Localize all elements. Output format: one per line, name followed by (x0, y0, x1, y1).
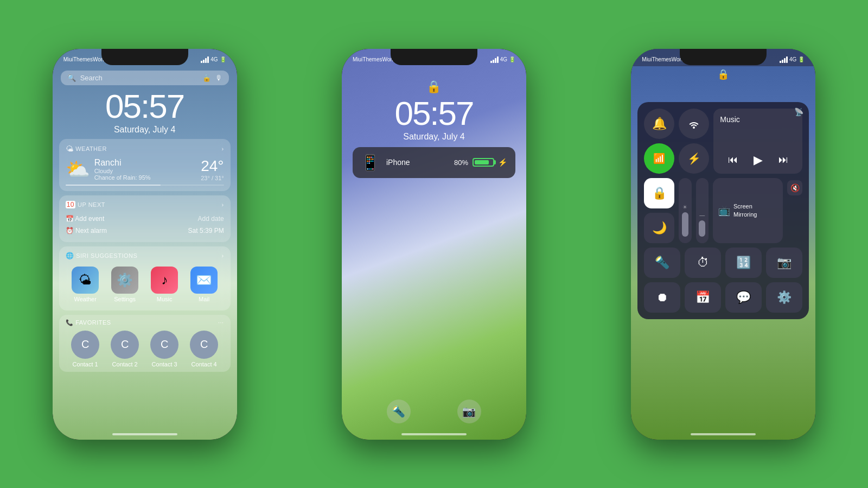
contact-4[interactable]: C Contact 4 (190, 331, 218, 367)
contact-1-avatar: C (71, 331, 99, 359)
weather-progress-bar (66, 185, 224, 186)
phone-1-wrapper: MiuiThemesWorld 4G 🔋 🔍 Search � (53, 49, 237, 440)
battery-info: iPhone (386, 158, 448, 167)
music-controls: ⏮ ▶ ⏭ (720, 153, 796, 167)
cc-music-player: 📡 Music ⏮ ▶ ⏭ (713, 109, 802, 174)
siri-app-mail[interactable]: ✉️ Mail (188, 267, 220, 302)
contact-2-label: Contact 2 (112, 361, 138, 367)
screen-mirroring-button[interactable]: 📺 ScreenMirroring (713, 178, 783, 243)
airplay-icon: 📡 (794, 107, 803, 116)
calendar-add-event-row[interactable]: 📅 Add event Add date (66, 213, 224, 225)
messages-button[interactable]: 💬 (725, 282, 762, 313)
fav-more-icon[interactable]: ··· (218, 319, 224, 326)
contact-3-avatar: C (150, 331, 178, 359)
flashlight-button-2[interactable]: 🔦 (387, 400, 411, 423)
flashlight-button-3[interactable]: 🔦 (644, 248, 680, 278)
siri-header-1: 🌐 SIRI SUGGESTIONS › (66, 252, 224, 259)
screen-mirror-icon: 📺 (718, 205, 730, 217)
cc-row-top: 🔔 📶 ⚡ 📡 Music (644, 109, 802, 174)
home-indicator-2 (401, 433, 467, 435)
play-button[interactable]: ▶ (754, 153, 763, 167)
clock-time-2: 05:57 (342, 97, 526, 130)
contact-1[interactable]: C Contact 1 (71, 331, 99, 367)
weather-rain-1: Chance of Rain: 95% (94, 174, 151, 181)
weather-details: Ranchi Cloudy Chance of Rain: 95% (94, 158, 151, 181)
phone-3: MiuiThemesWorld 4G 🔋 🔒 (631, 49, 815, 440)
mail-app-icon: ✉️ (190, 267, 218, 294)
weather-temp-1: 24° (201, 157, 224, 175)
weather-condition-icon: ⛅ (66, 158, 90, 181)
battery-percent-text: 80% (454, 159, 468, 167)
cc-row-3: 🔦 ⏱ 🔢 📷 (644, 248, 802, 278)
contact-4-avatar: C (190, 331, 218, 359)
settings-button-cc[interactable]: ⚙️ (766, 282, 802, 313)
bluetooth-button[interactable]: ⚡ (679, 143, 709, 174)
phone-1-notch (101, 49, 188, 65)
wifi-button[interactable] (679, 109, 709, 139)
siri-app-music[interactable]: ♪ Music (148, 267, 181, 302)
network-type-2: 4G (500, 56, 507, 62)
phone-3-notch (680, 49, 767, 65)
weather-logo-icon: 🌤 (66, 144, 74, 153)
rotation-lock-button[interactable]: 🔒 (644, 178, 674, 208)
cc-wifi-bt-buttons: ⚡ (679, 109, 709, 174)
phone-3-screen: MiuiThemesWorld 4G 🔋 🔒 (631, 49, 815, 440)
phone-1: MiuiThemesWorld 4G 🔋 🔍 Search � (53, 49, 237, 440)
contact-4-label: Contact 4 (192, 361, 217, 367)
control-center-panel: 🔔 📶 ⚡ 📡 Music (637, 102, 809, 319)
calendar-add-icon: 📅 (66, 215, 74, 223)
battery-notification-2: 📱 iPhone 80% ⚡ (353, 147, 515, 178)
screen-record-button[interactable]: ⏺ (644, 282, 680, 313)
prev-button[interactable]: ⏮ (728, 154, 738, 166)
cc-row-2: 🔒 🌙 ☀ — 📺 (644, 178, 802, 243)
contact-3[interactable]: C Contact 3 (150, 331, 178, 367)
do-not-disturb-button[interactable]: 🌙 (644, 213, 674, 243)
weather-content-1: ⛅ Ranchi Cloudy Chance of Rain: 95% 24° … (66, 157, 224, 181)
favorites-section-1: 📞 FAVORITES ··· C Contact 1 C Contact 2 (59, 315, 231, 372)
calculator-button[interactable]: 🔢 (725, 248, 762, 278)
home-indicator-1 (112, 433, 177, 435)
cc-sliders: ☀ — (679, 178, 709, 243)
next-button[interactable]: ⏭ (778, 154, 788, 166)
clock-time-1: 05:57 (53, 90, 237, 123)
battery-device-name: iPhone (386, 158, 448, 167)
mute-button[interactable]: 🔇 (787, 180, 802, 195)
cellular-button[interactable]: 📶 (644, 143, 674, 174)
siri-widget-1: 🌐 SIRI SUGGESTIONS › 🌤 Weather ⚙️ Settin… (59, 246, 231, 310)
search-bar-1[interactable]: 🔍 Search 🔒 🎙 (61, 71, 229, 85)
contact-2[interactable]: C Contact 2 (111, 331, 139, 367)
contact-3-label: Contact 3 (152, 361, 177, 367)
volume-fill (699, 220, 705, 237)
calendar-alarm-row: ⏰ Next alarm Sat 5:39 PM (66, 225, 224, 237)
siri-arrow-icon: › (221, 252, 224, 259)
music-app-icon: ♪ (151, 267, 178, 294)
settings-app-icon: ⚙️ (111, 267, 138, 294)
siri-app-weather[interactable]: 🌤 Weather (69, 267, 101, 302)
lockscreen-clock-area: 🔒 05:57 Saturday, July 4 (342, 66, 526, 142)
status-left-3: MiuiThemesWorld (642, 56, 685, 62)
mute-icon: — (699, 212, 705, 218)
timer-button[interactable]: ⏱ (685, 248, 721, 278)
siri-app-settings[interactable]: ⚙️ Settings (108, 267, 141, 302)
camera-button-3[interactable]: 📷 (766, 248, 802, 278)
notifications-button[interactable]: 🔔 (644, 109, 674, 139)
lock-icon-3: 🔒 (717, 69, 729, 80)
volume-slider[interactable]: — (696, 178, 709, 243)
clock-date-2: Saturday, July 4 (342, 132, 526, 142)
weather-header-1: 🌤 WEATHER › (66, 144, 224, 153)
signal-icon-3 (780, 56, 788, 63)
calendar-button-cc[interactable]: 📅 (685, 282, 721, 313)
battery-fill (475, 160, 489, 164)
weather-left-1: ⛅ Ranchi Cloudy Chance of Rain: 95% (66, 158, 151, 181)
weather-arrow-icon: › (221, 145, 224, 152)
brightness-slider[interactable]: ☀ (679, 178, 691, 243)
phone-2-notch (391, 49, 477, 65)
contact-1-label: Contact 1 (73, 361, 98, 367)
network-type-3: 4G (789, 56, 796, 62)
camera-button-2[interactable]: 📷 (457, 400, 481, 423)
search-placeholder-1: Search (80, 74, 103, 82)
weather-temp-right: 24° 23° / 31° (201, 157, 224, 181)
contact-2-avatar: C (111, 331, 139, 359)
calendar-widget-1: 10 UP NEXT › 📅 Add event Add date ⏰ Next… (59, 195, 231, 242)
weather-app-icon: 🌤 (72, 267, 99, 294)
